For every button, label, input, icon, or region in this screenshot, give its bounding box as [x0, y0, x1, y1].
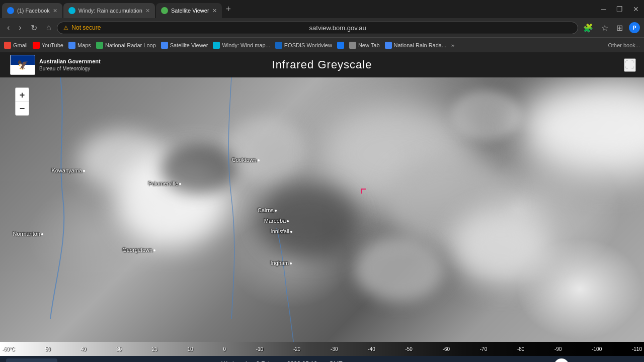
- forward-button[interactable]: ›: [16, 21, 24, 34]
- label-palumerville: Palumerville: [148, 180, 181, 187]
- tab-windy[interactable]: Windy: Rain accumulation ✕: [63, 3, 155, 18]
- restore-icon[interactable]: ❐: [613, 4, 626, 14]
- bookmark-newtab[interactable]: New Tab: [349, 42, 380, 49]
- address-bar[interactable]: ⚠ Not secure satview.bom.gov.au: [57, 22, 578, 34]
- cs-label-12: -60: [443, 346, 450, 352]
- zoom-controls: + −: [15, 87, 29, 116]
- maps-icon: [68, 42, 75, 49]
- cs-label-5: 10: [188, 346, 193, 352]
- cs-label-14: -80: [517, 346, 524, 352]
- home-button[interactable]: ⌂: [43, 21, 54, 34]
- gmail-icon: [4, 42, 11, 49]
- bom-logo-image: 🦅: [10, 55, 35, 75]
- nav-actions: 🧩 ☆ ⊞ P: [581, 22, 640, 34]
- newtab-label: New Tab: [358, 42, 380, 48]
- cs-label-4: 20: [152, 346, 157, 352]
- bookmark-eosdis[interactable]: EOSDIS Worldview: [275, 42, 332, 49]
- newtab-icon: [349, 42, 356, 49]
- new-tab-button[interactable]: +: [223, 4, 234, 15]
- bom-logo: 🦅 Australian Government Bureau of Meteor…: [10, 55, 101, 75]
- bookmark-radar[interactable]: National Radar Loop: [96, 42, 156, 49]
- cs-label-0: -60°C: [2, 346, 15, 352]
- cs-label-9: -30: [331, 346, 338, 352]
- facebook-favicon: [7, 7, 14, 14]
- label-mareeba: Mareeba: [264, 218, 289, 224]
- cs-label-7: -10: [256, 346, 263, 352]
- page-title: Infrared Greyscale: [272, 58, 372, 71]
- playback-controls: Slower — ⏮ ▶ ⏭ + Faster: [507, 358, 615, 362]
- browser-chrome: (1) Facebook ✕ Windy: Rain accumulation …: [0, 0, 644, 52]
- youtube-icon: [33, 42, 40, 49]
- map-borders: [0, 77, 644, 342]
- split-screen-icon[interactable]: ⊞: [614, 22, 625, 34]
- bookmark-youtube[interactable]: YouTube: [33, 42, 63, 49]
- label-georgetown: Georgetown: [122, 247, 155, 253]
- tab-satellite-close[interactable]: ✕: [212, 8, 217, 14]
- tab-satellite-label: Satellite Viewer: [171, 8, 209, 14]
- satellite-map: Kowanyama Cooktown Palumerville Cairns M…: [0, 77, 644, 342]
- bookmark-nationalrain[interactable]: National Rain Rada...: [385, 42, 447, 49]
- skip-forward-button[interactable]: ⏭: [573, 360, 584, 363]
- label-normanton: Normanton: [13, 231, 43, 237]
- map-area[interactable]: Kowanyama Cooktown Palumerville Cairns M…: [0, 77, 644, 342]
- zoom-in-button[interactable]: +: [15, 87, 29, 102]
- bookmark-satellite[interactable]: Satellite Viewer: [161, 42, 208, 49]
- label-cooktown: Cooktown: [232, 157, 260, 163]
- app-container: 🦅 Australian Government Bureau of Meteor…: [0, 52, 644, 342]
- more-bookmarks[interactable]: »: [451, 42, 454, 48]
- sat-label: Satellite Viewer: [170, 42, 208, 48]
- cs-label-10: -40: [368, 346, 375, 352]
- back-button[interactable]: ‹: [4, 21, 13, 34]
- other-bookmarks[interactable]: Other book...: [608, 42, 640, 48]
- not-secure-label: Not secure: [71, 24, 101, 31]
- sat-icon: [161, 42, 168, 49]
- maps-label: Maps: [77, 42, 91, 48]
- bom-text-block: Australian Government Bureau of Meteorol…: [39, 58, 101, 71]
- bottom-controls: ⊞ Layers ▲ Wednesday, 8 February 2023 05…: [0, 356, 644, 362]
- cs-label-3: 30: [116, 346, 122, 352]
- tab-facebook-close[interactable]: ✕: [53, 8, 57, 14]
- fullscreen-button[interactable]: ⛶: [624, 58, 636, 72]
- bookmark-windy[interactable]: Windy: Wind map...: [213, 42, 270, 49]
- label-ingham: Ingham: [271, 260, 292, 266]
- radar-label: National Radar Loop: [105, 42, 156, 48]
- satellite-favicon: [161, 7, 168, 14]
- eosdis-icon: [275, 42, 282, 49]
- extensions-icon[interactable]: 🧩: [581, 22, 595, 34]
- lock-icon: ⚠: [63, 25, 68, 31]
- cursor-indicator: [361, 189, 366, 194]
- bookmark-gmail[interactable]: Gmail: [4, 42, 28, 49]
- fb-bm-icon: [337, 42, 344, 49]
- profile-button[interactable]: P: [629, 22, 640, 33]
- youtube-label: YouTube: [42, 42, 63, 48]
- gmail-label: Gmail: [13, 42, 28, 48]
- tab-windy-close[interactable]: ✕: [145, 8, 150, 14]
- cs-label-11: -50: [405, 346, 412, 352]
- minimize-icon[interactable]: ─: [598, 4, 609, 14]
- bookmark-fb[interactable]: [337, 42, 344, 49]
- cs-label-13: -70: [480, 346, 487, 352]
- layers-button[interactable]: ⊞ Layers ▲: [6, 358, 57, 363]
- tab-bar: (1) Facebook ✕ Windy: Rain accumulation …: [0, 0, 644, 18]
- play-button[interactable]: ▶: [554, 358, 569, 362]
- cs-label-15: -90: [554, 346, 561, 352]
- tab-satellite[interactable]: Satellite Viewer ✕: [156, 3, 222, 18]
- close-window-icon[interactable]: ✕: [630, 4, 642, 14]
- skip-back-button[interactable]: ⏮: [539, 360, 550, 363]
- radar-icon: [96, 42, 103, 49]
- label-cairns: Cairns: [258, 207, 277, 213]
- cs-label-1: 50: [45, 346, 50, 352]
- zoom-out-button[interactable]: −: [15, 102, 29, 116]
- bookmark-maps[interactable]: Maps: [68, 42, 91, 49]
- reload-button[interactable]: ↻: [28, 21, 40, 35]
- windy-bm-label: Windy: Wind map...: [222, 42, 270, 48]
- bookmark-icon[interactable]: ☆: [599, 22, 610, 34]
- cs-label-16: -100: [592, 346, 602, 352]
- color-scale-labels: -60°C 50 40 30 20 10 0 -10 -20 -30 -40 -…: [0, 346, 644, 352]
- nationalrain-label: National Rain Rada...: [394, 42, 447, 48]
- cs-label-17: -110: [632, 346, 642, 352]
- tab-facebook[interactable]: (1) Facebook ✕: [2, 3, 62, 18]
- other-bookmarks-label: Other book...: [608, 42, 640, 48]
- windy-bm-icon: [213, 42, 220, 49]
- eosdis-label: EOSDIS Worldview: [284, 42, 332, 48]
